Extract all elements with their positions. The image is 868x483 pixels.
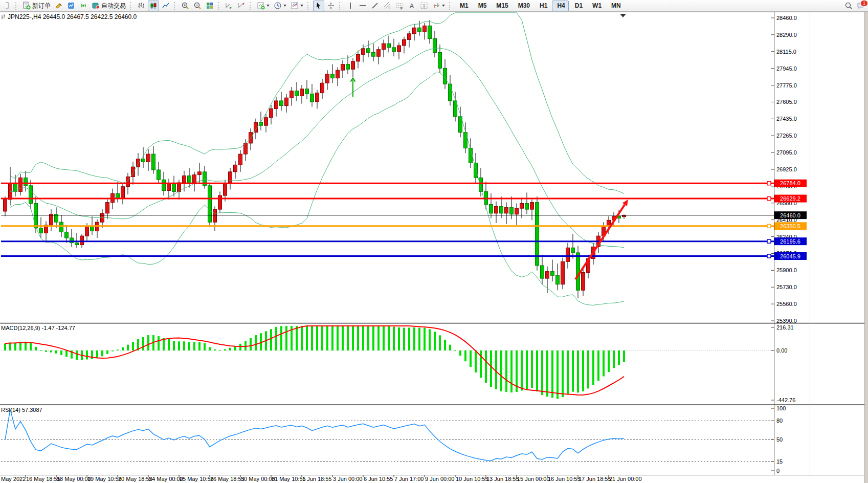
timeframe-w1[interactable]: W1 bbox=[587, 1, 605, 11]
svg-text:15 Jun 00:00: 15 Jun 00:00 bbox=[517, 476, 550, 482]
indicators-button[interactable] bbox=[255, 1, 271, 11]
auto-scroll-button[interactable] bbox=[224, 1, 235, 11]
equidistant-channel-icon: E bbox=[383, 2, 391, 10]
svg-text:100: 100 bbox=[776, 405, 786, 411]
line-chart-button[interactable] bbox=[160, 1, 171, 11]
chart-window-button[interactable] bbox=[65, 1, 77, 11]
timeframe-m5-label: M5 bbox=[478, 2, 487, 9]
fibonacci-icon: F bbox=[395, 2, 404, 10]
bars-chart-icon bbox=[137, 2, 145, 10]
toolbar: 新订单自动交易EFATM1M5M15M30H1H4D1W1MN1 bbox=[0, 0, 868, 12]
toolbar-separator bbox=[449, 2, 452, 10]
svg-text:80: 80 bbox=[776, 418, 783, 424]
dropdown-caret-icon[interactable] bbox=[442, 5, 445, 7]
chart-canvas[interactable]: JPN225-,H4 26445.0 26467.5 26422.5 26460… bbox=[0, 0, 868, 483]
tile-windows-icon bbox=[206, 2, 214, 10]
periods-button[interactable] bbox=[272, 1, 288, 11]
vertical-line-button[interactable] bbox=[345, 1, 356, 11]
timeframe-m1[interactable]: M1 bbox=[455, 1, 472, 11]
toolbar-separator bbox=[250, 2, 253, 10]
signal-button[interactable] bbox=[78, 1, 89, 11]
candles-chart-button[interactable] bbox=[148, 1, 159, 11]
svg-text:May 2022: May 2022 bbox=[1, 476, 26, 482]
chart-shift-icon bbox=[237, 2, 246, 10]
timeframe-d1[interactable]: D1 bbox=[570, 1, 586, 11]
svg-text:19 May 10:55: 19 May 10:55 bbox=[87, 476, 122, 482]
svg-text:216.31: 216.31 bbox=[776, 324, 794, 331]
svg-text:27095.0: 27095.0 bbox=[776, 149, 797, 156]
svg-text:27435.0: 27435.0 bbox=[776, 116, 797, 122]
svg-text:30 May 00:00: 30 May 00:00 bbox=[241, 476, 275, 482]
chart-background bbox=[0, 12, 868, 483]
algo-trading-button[interactable]: 自动交易 bbox=[90, 1, 127, 11]
broom-button[interactable] bbox=[53, 1, 64, 11]
timeframe-h4-label: H4 bbox=[557, 2, 565, 9]
vertical-line-icon bbox=[346, 2, 354, 10]
timeframe-mn-label: MN bbox=[611, 2, 621, 9]
text-button[interactable]: A bbox=[406, 1, 417, 11]
svg-text:24 May 00:00: 24 May 00:00 bbox=[149, 476, 183, 482]
notifications-button[interactable]: 1 bbox=[855, 1, 866, 11]
svg-text:JPN225-,H4 26445.0 26467.5 26: JPN225-,H4 26445.0 26467.5 26422.5 26460… bbox=[8, 13, 137, 20]
horizontal-line-button[interactable] bbox=[357, 1, 368, 11]
price-badge-26045.9: 26045.9 bbox=[774, 252, 807, 260]
timeframe-m1-label: M1 bbox=[460, 2, 469, 9]
timeframe-h4[interactable]: H4 bbox=[552, 1, 568, 11]
text-label-button[interactable]: T bbox=[418, 1, 430, 11]
svg-text:10 Jun 10:55: 10 Jun 10:55 bbox=[456, 476, 488, 482]
svg-text:7 Jun 17:00: 7 Jun 17:00 bbox=[394, 476, 424, 482]
svg-text:9 Jun 00:00: 9 Jun 00:00 bbox=[425, 476, 455, 482]
macd-label: MACD(12,26,9) -1.47 -124.77 bbox=[1, 325, 75, 331]
svg-text:28115.0: 28115.0 bbox=[776, 49, 796, 55]
horizontal-line-icon bbox=[359, 2, 367, 10]
timeframe-h1[interactable]: H1 bbox=[535, 1, 551, 11]
zoom-in-button[interactable] bbox=[180, 1, 191, 11]
svg-text:0: 0 bbox=[776, 468, 780, 474]
templates-button[interactable] bbox=[289, 1, 305, 11]
timeframe-m15[interactable]: M15 bbox=[491, 1, 511, 11]
trendline-button[interactable] bbox=[369, 1, 381, 11]
cursor-button[interactable] bbox=[313, 1, 324, 11]
svg-text:26195.6: 26195.6 bbox=[780, 238, 800, 245]
dropdown-caret-icon[interactable] bbox=[300, 5, 303, 7]
svg-text:27945.0: 27945.0 bbox=[776, 65, 797, 72]
chart-shift-button[interactable] bbox=[236, 1, 247, 11]
toolbar-separator bbox=[174, 2, 177, 10]
svg-text:27265.0: 27265.0 bbox=[776, 133, 797, 139]
svg-text:A: A bbox=[410, 3, 414, 10]
svg-text:25560.0: 25560.0 bbox=[776, 301, 797, 307]
timeframe-m30[interactable]: M30 bbox=[513, 1, 533, 11]
new-order-icon bbox=[23, 2, 31, 10]
svg-text:16 May 18:55: 16 May 18:55 bbox=[26, 476, 60, 482]
arrows-button[interactable] bbox=[431, 1, 447, 11]
svg-text:25 May 10:55: 25 May 10:55 bbox=[180, 476, 214, 482]
zoom-out-button[interactable] bbox=[192, 1, 203, 11]
svg-text:15: 15 bbox=[776, 458, 783, 465]
toolbar-separator bbox=[15, 2, 18, 10]
equidistant-channel-button[interactable]: E bbox=[382, 1, 393, 11]
svg-text:26925.0: 26925.0 bbox=[776, 166, 797, 172]
zoom-out-icon bbox=[193, 2, 202, 10]
bars-chart-button[interactable] bbox=[136, 1, 147, 11]
svg-text:1 Jun 18:55: 1 Jun 18:55 bbox=[302, 476, 332, 482]
svg-text:28460.0: 28460.0 bbox=[776, 15, 797, 21]
svg-text:T: T bbox=[422, 4, 426, 9]
toolbar-separator bbox=[339, 2, 342, 10]
new-order-button[interactable]: 新订单 bbox=[21, 1, 52, 11]
dropdown-caret-icon[interactable] bbox=[283, 5, 286, 7]
svg-text:27605.0: 27605.0 bbox=[776, 99, 797, 105]
svg-text:26460.0: 26460.0 bbox=[780, 212, 800, 218]
crosshair-button[interactable] bbox=[325, 1, 337, 11]
timeframe-mn[interactable]: MN bbox=[606, 1, 625, 11]
templates-icon bbox=[291, 2, 299, 10]
tile-windows-button[interactable] bbox=[204, 1, 215, 11]
dropdown-caret-icon[interactable] bbox=[266, 5, 270, 7]
fibonacci-button[interactable]: F bbox=[394, 1, 405, 11]
timeframe-m5[interactable]: M5 bbox=[473, 1, 491, 11]
svg-text:17 Jun 18:55: 17 Jun 18:55 bbox=[578, 476, 611, 482]
clipped-edge-icon[interactable] bbox=[2, 1, 13, 11]
chart-window-icon bbox=[67, 2, 75, 10]
search-button[interactable] bbox=[843, 1, 854, 11]
periods-icon bbox=[274, 2, 282, 10]
candles-chart-icon bbox=[149, 2, 158, 10]
